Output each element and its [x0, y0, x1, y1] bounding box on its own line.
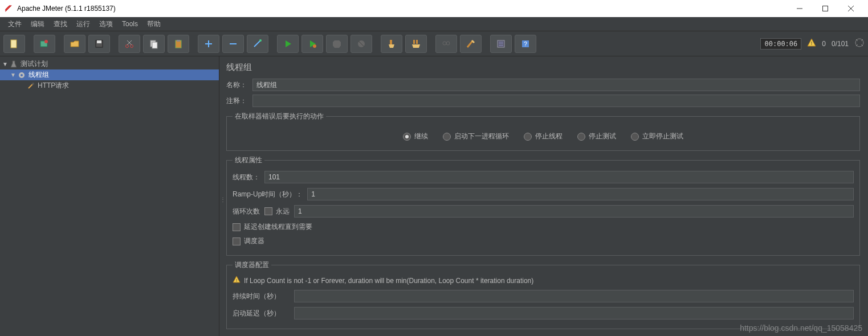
duration-input[interactable] — [294, 290, 854, 302]
radio-continue[interactable]: 继续 — [403, 132, 428, 141]
split-drag-handle[interactable] — [219, 56, 223, 336]
svg-point-45 — [21, 74, 23, 76]
copy-button[interactable] — [143, 35, 165, 53]
scheduler-checkbox[interactable] — [233, 237, 241, 245]
menu-help[interactable]: 帮助 — [142, 19, 165, 29]
svg-text:!: ! — [236, 278, 237, 283]
svg-rect-16 — [177, 40, 180, 42]
tree-root-test-plan[interactable]: ▼ 测试计划 — [0, 59, 219, 69]
threads-label: 线程数： — [233, 173, 260, 182]
delay-create-label: 延迟创建线程直到需要 — [244, 222, 312, 232]
tree-root-label: 测试计划 — [21, 59, 48, 69]
start-no-timers-button[interactable] — [301, 35, 323, 53]
svg-rect-14 — [152, 42, 157, 48]
radio-dot-icon — [524, 133, 532, 141]
svg-line-33 — [467, 41, 472, 47]
comment-input[interactable] — [252, 95, 860, 107]
expand-plus-button[interactable] — [198, 35, 219, 53]
function-helper-button[interactable] — [490, 35, 512, 53]
elapsed-timer: 00:00:06 — [760, 38, 801, 50]
expand-ui-icon[interactable] — [854, 38, 865, 50]
svg-rect-8 — [97, 40, 101, 43]
startup-delay-input[interactable] — [294, 307, 854, 319]
forever-checkbox[interactable] — [264, 207, 272, 215]
radio-stop-thread[interactable]: 停止线程 — [524, 132, 563, 141]
on-error-fieldset: 在取样器错误后要执行的动作 继续 启动下一进程循环 停止线程 停止测试 立即停止… — [226, 112, 860, 151]
search-button[interactable] — [435, 35, 457, 53]
clear-all-button[interactable] — [405, 35, 427, 53]
window-maximize-button[interactable] — [812, 0, 838, 17]
warning-triangle-icon: ! — [233, 276, 241, 285]
forever-label: 永远 — [276, 207, 290, 216]
tree-http-request[interactable]: HTTP请求 — [0, 80, 219, 91]
window-titlebar: Apache JMeter (5.1.1 r1855137) — [0, 0, 868, 17]
pipette-icon — [26, 81, 35, 91]
radio-dot-icon — [577, 133, 585, 141]
gear-icon — [17, 71, 26, 80]
tree-http-request-label: HTTP请求 — [38, 81, 69, 91]
help-button[interactable]: ? — [515, 35, 536, 53]
svg-rect-1 — [822, 6, 828, 11]
svg-marker-22 — [286, 40, 291, 47]
window-minimize-button[interactable] — [787, 0, 812, 17]
editor-panel: 线程组 名称： 注释： 在取样器错误后要执行的动作 继续 启动下一进程循环 停止… — [223, 56, 868, 336]
startup-delay-label: 启动延迟（秒） — [233, 309, 290, 318]
menu-bar: 文件 编辑 查找 运行 选项 Tools 帮助 — [0, 17, 868, 31]
caret-down-icon[interactable]: ▼ — [2, 61, 9, 67]
svg-rect-29 — [413, 40, 415, 44]
toolbar: ? 00:00:06 ! 0 0/101 — [0, 31, 868, 56]
stop-button[interactable] — [326, 35, 348, 53]
loop-count-input[interactable] — [294, 205, 854, 218]
start-button[interactable] — [277, 35, 299, 53]
caret-down-icon[interactable]: ▼ — [10, 72, 17, 78]
clear-button[interactable] — [381, 35, 402, 53]
menu-search[interactable]: 查找 — [49, 19, 72, 29]
active-threads-count: 0/101 — [832, 40, 849, 48]
new-button[interactable] — [3, 35, 25, 53]
radio-dot-icon — [631, 133, 639, 141]
scheduler-config-legend: 调度器配置 — [233, 260, 271, 270]
toggle-button[interactable] — [247, 35, 268, 53]
svg-rect-4 — [11, 40, 17, 48]
svg-rect-30 — [416, 40, 418, 44]
on-error-legend: 在取样器错误后要执行的动作 — [233, 112, 326, 121]
open-button[interactable] — [64, 35, 85, 53]
menu-tools[interactable]: Tools — [117, 20, 142, 28]
warning-icon[interactable]: ! — [807, 38, 816, 49]
templates-button[interactable] — [34, 35, 55, 53]
shutdown-button[interactable] — [351, 35, 372, 53]
menu-edit[interactable]: 编辑 — [26, 19, 49, 29]
flask-icon — [9, 60, 18, 69]
window-close-button[interactable] — [838, 0, 863, 17]
collapse-minus-button[interactable] — [222, 35, 244, 53]
svg-point-6 — [44, 40, 48, 43]
comment-label: 注释： — [226, 96, 249, 106]
radio-stop-now[interactable]: 立即停止测试 — [631, 132, 683, 141]
reset-search-button[interactable] — [460, 35, 482, 53]
svg-marker-25 — [333, 40, 341, 48]
loop-warning-text: If Loop Count is not -1 or Forever, dura… — [244, 277, 533, 285]
save-button[interactable] — [88, 35, 110, 53]
svg-point-31 — [443, 42, 446, 45]
test-plan-tree[interactable]: ▼ 测试计划 ▼ 线程组 HTTP请求 — [0, 56, 219, 336]
cut-button[interactable] — [119, 35, 140, 53]
radio-stop-test[interactable]: 停止测试 — [577, 132, 616, 141]
threads-input[interactable] — [264, 171, 854, 183]
tree-thread-group[interactable]: ▼ 线程组 — [0, 69, 219, 80]
menu-run[interactable]: 运行 — [72, 19, 95, 29]
panel-title: 线程组 — [226, 62, 860, 73]
radio-dot-icon — [403, 133, 411, 141]
scheduler-label: 调度器 — [244, 236, 264, 246]
delay-create-checkbox[interactable] — [233, 223, 241, 231]
menu-options[interactable]: 选项 — [95, 19, 117, 29]
menu-file[interactable]: 文件 — [3, 19, 26, 29]
svg-text:!: ! — [811, 40, 813, 46]
radio-next-loop[interactable]: 启动下一进程循环 — [443, 132, 509, 141]
app-feather-icon — [5, 5, 13, 13]
svg-text:?: ? — [524, 41, 527, 47]
svg-point-32 — [446, 42, 450, 45]
watermark-text: https://blog.csdn.net/qq_15058425 — [740, 323, 862, 333]
name-input[interactable] — [252, 79, 860, 91]
rampup-input[interactable] — [307, 188, 854, 200]
paste-button[interactable] — [168, 35, 189, 53]
